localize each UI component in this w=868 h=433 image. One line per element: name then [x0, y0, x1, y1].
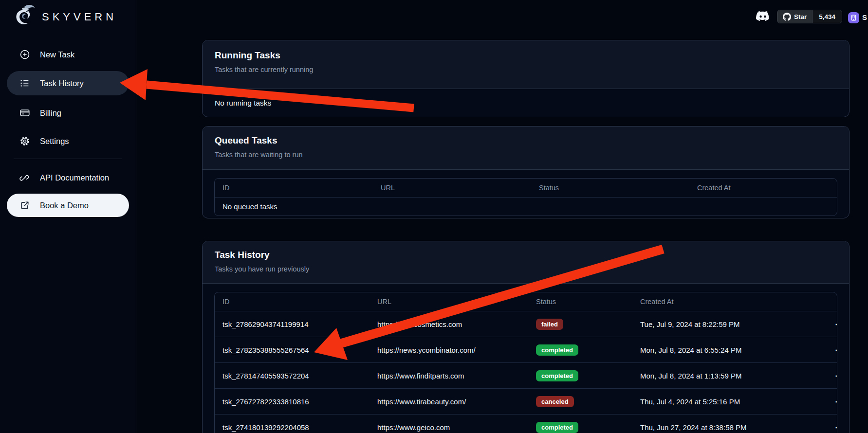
column-header-created-at: Created At: [632, 292, 825, 311]
task-status-cell: completed: [528, 415, 632, 433]
link-icon: [19, 172, 30, 183]
task-id-cell: tsk_278235388555267564: [215, 337, 369, 363]
sidebar-item-billing[interactable]: Billing: [0, 102, 136, 124]
sidebar-item-label: Settings: [40, 137, 69, 146]
task-actions-cell: ⋯: [825, 389, 837, 415]
task-created-at-cell: Thu, Jul 4, 2024 at 5:25:16 PM: [632, 389, 825, 415]
card-title: Queued Tasks: [215, 135, 837, 146]
task-row[interactable]: tsk_278629043741199914https://tartecosme…: [215, 311, 837, 337]
status-badge: completed: [536, 344, 578, 356]
queued-tasks-empty-row: No queued tasks: [215, 198, 837, 216]
column-header-actions: [825, 292, 837, 311]
task-status-cell: failed: [528, 311, 632, 337]
column-header-status: Status: [531, 179, 689, 198]
task-row[interactable]: tsk_274180139292204058https://www.geico.…: [215, 415, 837, 433]
queued-tasks-empty: No queued tasks: [215, 198, 837, 216]
queued-tasks-table: IDURLStatusCreated At No queued tasks: [214, 178, 837, 216]
running-tasks-header: Running Tasks Tasks that are currently r…: [203, 40, 849, 89]
row-actions-button[interactable]: ⋯: [833, 370, 837, 381]
github-star-button[interactable]: Star 5,434: [777, 10, 842, 23]
running-tasks-empty: No running tasks: [203, 89, 849, 117]
queued-table-header-row: IDURLStatusCreated At: [215, 179, 837, 198]
column-header-url: URL: [369, 292, 528, 311]
task-id-cell: tsk_278147405593572204: [215, 363, 369, 389]
task-created-at-cell: Mon, Jul 8, 2024 at 1:13:59 PM: [632, 363, 825, 389]
sidebar-item-task-history[interactable]: Task History: [7, 71, 129, 95]
github-star-label: Star: [794, 13, 807, 20]
task-url-cell: https://www.finditparts.com: [369, 363, 528, 389]
task-status-cell: canceled: [528, 389, 632, 415]
row-actions-button[interactable]: ⋯: [833, 396, 837, 407]
task-status-cell: completed: [528, 337, 632, 363]
list-icon: [19, 78, 30, 89]
task-history-table: IDURLStatusCreated At tsk_27862904374119…: [214, 292, 837, 433]
task-created-at-cell: Tue, Jul 9, 2024 at 8:22:59 PM: [632, 311, 825, 337]
github-icon: [783, 13, 791, 21]
status-badge: completed: [536, 422, 578, 433]
row-actions-button[interactable]: ⋯: [833, 344, 837, 356]
card-subtitle: Tasks that are waiting to run: [215, 151, 837, 159]
task-history-header: Task History Tasks you have run previous…: [203, 241, 849, 284]
task-status-cell: completed: [528, 363, 632, 389]
sidebar-item-api-documentation[interactable]: API Documentation: [0, 167, 136, 188]
task-actions-cell: ⋯: [825, 337, 837, 363]
history-table-header-row: IDURLStatusCreated At: [215, 292, 837, 311]
sidebar-item-label: API Documentation: [40, 173, 109, 182]
task-actions-cell: ⋯: [825, 311, 837, 337]
sidebar-divider: [14, 159, 122, 159]
brand-name: SKYVERN: [42, 11, 117, 23]
row-actions-button[interactable]: ⋯: [833, 422, 837, 433]
column-header-created-at: Created At: [689, 179, 837, 198]
column-header-url: URL: [373, 179, 531, 198]
building-icon: [850, 15, 857, 21]
task-id-cell: tsk_274180139292204058: [215, 415, 369, 433]
sidebar-item-settings[interactable]: Settings: [0, 130, 136, 152]
task-url-cell: https://tartecosmetics.com: [369, 311, 528, 337]
queued-tasks-card: Queued Tasks Tasks that are waiting to r…: [202, 126, 850, 218]
sidebar-item-label: Book a Demo: [40, 201, 89, 210]
task-history-card: Task History Tasks you have run previous…: [202, 241, 850, 433]
row-actions-button[interactable]: ⋯: [833, 319, 837, 330]
status-badge: canceled: [536, 396, 574, 407]
column-header-id: ID: [215, 179, 373, 198]
credit-card-icon: [19, 108, 30, 118]
brand-logo: SKYVERN: [0, 0, 136, 30]
sidebar-item-label: Billing: [40, 108, 61, 118]
plus-circle-icon: [19, 49, 30, 60]
task-row[interactable]: tsk_276727822333810816https://www.tirabe…: [215, 389, 837, 415]
card-subtitle: Tasks that are currently running: [215, 66, 837, 73]
task-url-cell: https://www.tirabeauty.com/: [369, 389, 528, 415]
org-name: S: [862, 13, 867, 21]
discord-icon[interactable]: [755, 10, 771, 24]
gear-icon: [19, 136, 30, 146]
task-url-cell: https://www.geico.com: [369, 415, 528, 433]
sidebar-item-label: New Task: [40, 50, 74, 59]
column-header-status: Status: [528, 292, 632, 311]
task-actions-cell: ⋯: [825, 363, 837, 389]
dragon-logo-icon: [12, 4, 37, 30]
task-id-cell: tsk_276727822333810816: [215, 389, 369, 415]
task-id-cell: tsk_278629043741199914: [215, 311, 369, 337]
task-created-at-cell: Mon, Jul 8, 2024 at 6:55:24 PM: [632, 337, 825, 363]
queued-tasks-header: Queued Tasks Tasks that are waiting to r…: [203, 126, 849, 170]
sidebar-item-new-task[interactable]: New Task: [0, 44, 136, 65]
status-badge: completed: [536, 370, 578, 381]
org-avatar[interactable]: [848, 12, 859, 23]
task-actions-cell: ⋯: [825, 415, 837, 433]
column-header-id: ID: [215, 292, 369, 311]
running-tasks-card: Running Tasks Tasks that are currently r…: [202, 40, 850, 117]
task-url-cell: https://news.ycombinator.com/: [369, 337, 528, 363]
external-link-icon: [19, 200, 30, 211]
task-created-at-cell: Thu, Jun 27, 2024 at 8:38:58 PM: [632, 415, 825, 433]
card-subtitle: Tasks you have run previously: [215, 265, 837, 273]
status-badge: failed: [536, 319, 563, 330]
sidebar-item-label: Task History: [40, 79, 84, 88]
task-row[interactable]: tsk_278235388555267564https://news.ycomb…: [215, 337, 837, 363]
card-title: Running Tasks: [215, 50, 837, 61]
skyvern-app: SKYVERN New Task Task History: [0, 0, 868, 433]
sidebar-nav: New Task Task History Billing: [0, 44, 136, 217]
sidebar-item-book-a-demo[interactable]: Book a Demo: [7, 194, 129, 217]
github-star-count: 5,434: [812, 10, 842, 23]
sidebar: SKYVERN New Task Task History: [0, 0, 136, 433]
task-row[interactable]: tsk_278147405593572204https://www.findit…: [215, 363, 837, 389]
